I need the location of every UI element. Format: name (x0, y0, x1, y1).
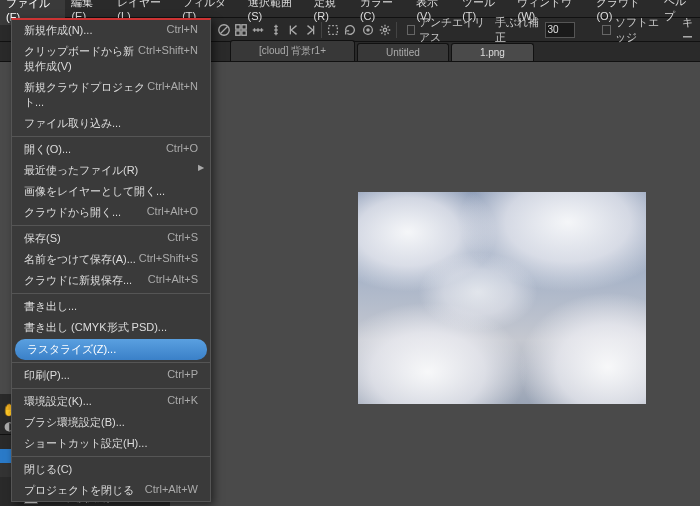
file-menu-item-25[interactable]: プロジェクトを閉じるCtrl+Alt+W (12, 480, 210, 501)
file-menu-item-0[interactable]: 新規作成(N)...Ctrl+N (12, 20, 210, 41)
svg-point-17 (366, 28, 370, 32)
file-menu-item-12[interactable]: クラウドに新規保存...Ctrl+Alt+S (12, 270, 210, 291)
file-menu-item-3[interactable]: ファイル取り込み... (12, 113, 210, 134)
image-canvas[interactable] (358, 192, 646, 404)
ruler-horizontal-icon[interactable] (250, 20, 267, 40)
file-menu-item-6[interactable]: 最近使ったファイル(R)▶ (12, 160, 210, 181)
file-menu-item-2[interactable]: 新規クラウドプロジェクト...Ctrl+Alt+N (12, 77, 210, 113)
gear-icon[interactable] (376, 20, 393, 40)
marquee-icon[interactable] (324, 20, 341, 40)
file-menu-item-15[interactable]: 書き出し (CMYK形式 PSD)... (12, 317, 210, 338)
svg-rect-4 (236, 30, 240, 34)
file-menu-item-16[interactable]: ラスタライズ(Z)... (15, 339, 207, 360)
softedge-label: ソフトエッジ (615, 15, 669, 45)
file-menu: 新規作成(N)...Ctrl+Nクリップボードから新規作成(V)Ctrl+Shi… (11, 18, 211, 502)
file-menu-item-5[interactable]: 開く(O)...Ctrl+O (12, 139, 210, 160)
stabilizer-label: 手ぶれ補正 (495, 15, 540, 45)
antialias-label: アンチエイリアス (419, 15, 491, 45)
svg-rect-5 (242, 30, 246, 34)
grid-icon[interactable] (232, 20, 249, 40)
file-menu-item-21[interactable]: ブラシ環境設定(B)... (12, 412, 210, 433)
svg-rect-16 (329, 25, 338, 34)
no-entry-icon[interactable] (215, 20, 232, 40)
file-menu-item-14[interactable]: 書き出し... (12, 296, 210, 317)
focus-icon[interactable] (359, 20, 376, 40)
doc-tab-0[interactable]: [cloud] 背景r1+ (230, 40, 355, 61)
file-menu-item-11[interactable]: 名前をつけて保存(A)...Ctrl+Shift+S (12, 249, 210, 270)
doc-tab-2[interactable]: 1.png (451, 43, 534, 61)
file-menu-item-18[interactable]: 印刷(P)...Ctrl+P (12, 365, 210, 386)
file-menu-item-7[interactable]: 画像をレイヤーとして開く... (12, 181, 210, 202)
svg-line-1 (220, 26, 227, 33)
antialias-checkbox[interactable] (407, 25, 416, 35)
refresh-icon[interactable] (342, 20, 359, 40)
file-menu-item-8[interactable]: クラウドから開く...Ctrl+Alt+O (12, 202, 210, 223)
svg-point-19 (383, 28, 387, 32)
file-menu-item-24[interactable]: 閉じる(C) (12, 459, 210, 480)
file-menu-item-10[interactable]: 保存(S)Ctrl+S (12, 228, 210, 249)
svg-rect-3 (242, 24, 246, 28)
softedge-checkbox[interactable] (602, 25, 611, 35)
ruler-vertical-icon[interactable] (267, 20, 284, 40)
skip-forward-icon[interactable] (302, 20, 319, 40)
stabilizer-input[interactable] (545, 22, 575, 38)
key-label: キー (682, 15, 700, 45)
tool-options: アンチエイリアス 手ぶれ補正 ソフトエッジ キー (407, 15, 700, 45)
skip-back-icon[interactable] (285, 20, 302, 40)
file-menu-item-22[interactable]: ショートカット設定(H)... (12, 433, 210, 454)
doc-tab-1[interactable]: Untitled (357, 43, 449, 61)
file-menu-item-20[interactable]: 環境設定(K)...Ctrl+K (12, 391, 210, 412)
file-menu-item-1[interactable]: クリップボードから新規作成(V)Ctrl+Shift+N (12, 41, 210, 77)
svg-rect-2 (236, 24, 240, 28)
